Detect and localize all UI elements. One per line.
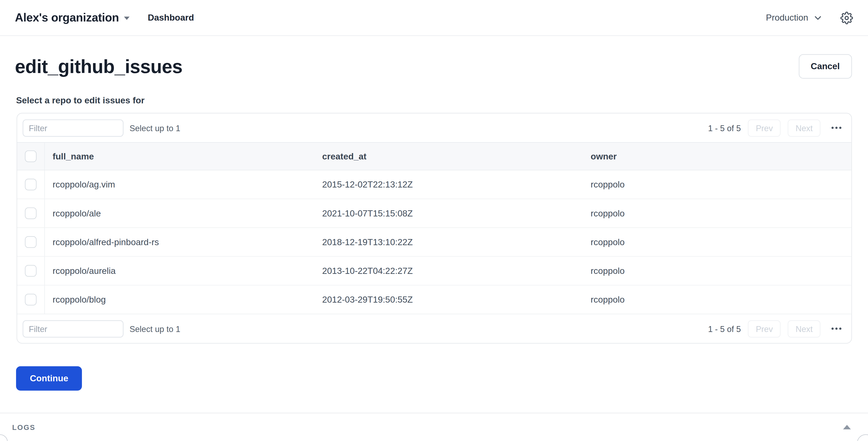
cell-owner: rcoppolo	[583, 266, 851, 276]
select-all-checkbox[interactable]	[25, 150, 36, 162]
column-header-owner[interactable]: owner	[583, 151, 851, 161]
nav-dashboard-link[interactable]: Dashboard	[148, 13, 194, 23]
checkbox-cell	[17, 199, 45, 227]
ellipsis-icon[interactable]	[831, 124, 843, 131]
row-checkbox[interactable]	[25, 236, 36, 248]
checkbox-cell	[17, 257, 45, 285]
table-row[interactable]: rcoppolo/blog 2012-03-29T19:50:55Z rcopp…	[17, 285, 851, 314]
chevron-down-icon	[814, 13, 822, 22]
cell-owner: rcoppolo	[583, 295, 851, 305]
main-content: edit_github_issues Cancel Select a repo …	[0, 54, 868, 390]
cell-created-at: 2018-12-19T13:10:22Z	[314, 237, 583, 247]
table-row[interactable]: rcoppolo/aurelia 2013-10-22T04:22:27Z rc…	[17, 257, 851, 285]
cell-owner: rcoppolo	[583, 208, 851, 218]
ellipsis-icon[interactable]	[831, 325, 843, 332]
column-header-created-at[interactable]: created_at	[314, 151, 583, 161]
cell-created-at: 2012-03-29T19:50:55Z	[314, 295, 583, 305]
logs-label: LOGS	[12, 423, 35, 431]
org-switcher[interactable]: Alex's organization	[15, 11, 129, 24]
page-title: edit_github_issues	[15, 55, 182, 78]
table-toolbar-top: Select up to 1 1 - 5 of 5 Prev Next	[17, 114, 851, 142]
chevron-up-icon[interactable]	[841, 421, 853, 433]
cell-full-name: rcoppolo/alfred-pinboard-rs	[45, 237, 314, 247]
next-page-button[interactable]: Next	[788, 119, 820, 136]
cell-full-name: rcoppolo/aurelia	[45, 266, 314, 276]
row-checkbox[interactable]	[25, 179, 36, 190]
pagination-range: 1 - 5 of 5	[708, 324, 741, 333]
cell-full-name: rcoppolo/ale	[45, 208, 314, 218]
repo-select-table: Select up to 1 1 - 5 of 5 Prev Next full…	[17, 113, 852, 344]
row-checkbox[interactable]	[25, 208, 36, 219]
table-header-row: full_name created_at owner	[17, 142, 851, 170]
cancel-button[interactable]: Cancel	[799, 54, 852, 78]
cell-owner: rcoppolo	[583, 237, 851, 247]
checkbox-cell	[17, 170, 45, 198]
filter-input[interactable]	[23, 320, 123, 337]
prev-page-button[interactable]: Prev	[748, 119, 781, 136]
pagination-range: 1 - 5 of 5	[708, 123, 741, 132]
continue-button[interactable]: Continue	[16, 366, 82, 391]
table-row[interactable]: rcoppolo/ale 2021-10-07T15:15:08Z rcoppo…	[17, 199, 851, 228]
environment-switcher[interactable]: Production	[766, 13, 822, 23]
selection-hint: Select up to 1	[129, 324, 180, 333]
cell-created-at: 2013-10-22T04:22:27Z	[314, 266, 583, 276]
settings-button[interactable]	[840, 11, 853, 24]
prev-page-button[interactable]: Prev	[748, 320, 781, 337]
cell-created-at: 2021-10-07T15:15:08Z	[314, 208, 583, 218]
row-checkbox[interactable]	[25, 294, 36, 305]
table-row[interactable]: rcoppolo/ag.vim 2015-12-02T22:13:12Z rco…	[17, 170, 851, 199]
checkbox-cell	[17, 228, 45, 256]
next-page-button[interactable]: Next	[788, 320, 820, 337]
cell-full-name: rcoppolo/ag.vim	[45, 180, 314, 190]
row-checkbox[interactable]	[25, 265, 36, 277]
table-toolbar-bottom: Select up to 1 1 - 5 of 5 Prev Next	[17, 314, 851, 343]
top-header-bar: Alex's organization Dashboard Production	[0, 0, 868, 36]
logs-panel-header[interactable]: LOGS	[0, 413, 868, 441]
column-header-full-name[interactable]: full_name	[45, 151, 314, 161]
org-name: Alex's organization	[15, 11, 119, 24]
section-label: Select a repo to edit issues for	[16, 96, 852, 105]
chevron-down-icon	[124, 17, 129, 20]
app-window: Alex's organization Dashboard Production…	[0, 0, 868, 441]
filter-input[interactable]	[23, 119, 123, 136]
cell-created-at: 2015-12-02T22:13:12Z	[314, 180, 583, 190]
environment-label: Production	[766, 13, 808, 23]
checkbox-cell	[17, 285, 45, 314]
selection-hint: Select up to 1	[129, 123, 180, 132]
select-all-cell	[17, 143, 45, 170]
cell-owner: rcoppolo	[583, 180, 851, 190]
table-row[interactable]: rcoppolo/alfred-pinboard-rs 2018-12-19T1…	[17, 228, 851, 257]
cell-full-name: rcoppolo/blog	[45, 295, 314, 305]
gear-icon	[840, 11, 853, 24]
